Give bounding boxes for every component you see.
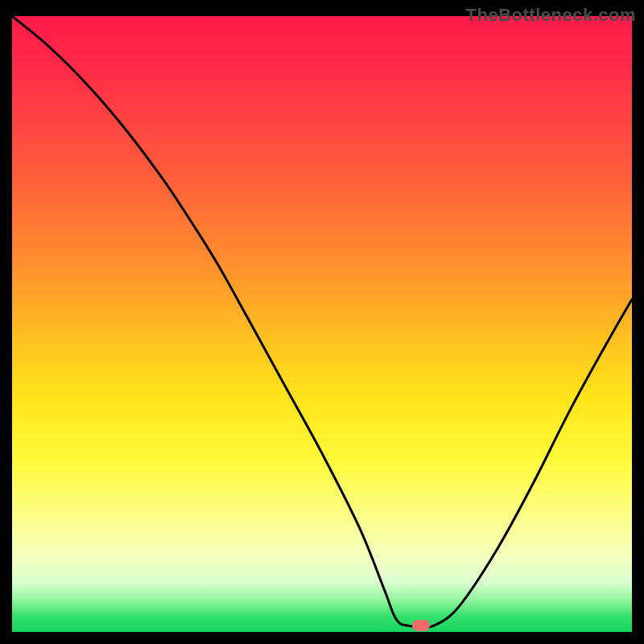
optimal-point-marker bbox=[412, 620, 430, 631]
bottleneck-curve bbox=[12, 16, 632, 627]
chart-frame: TheBottleneck.com bbox=[0, 0, 644, 644]
plot-area bbox=[12, 16, 632, 632]
watermark-text: TheBottleneck.com bbox=[466, 5, 636, 26]
bottleneck-curve-svg bbox=[12, 16, 632, 632]
